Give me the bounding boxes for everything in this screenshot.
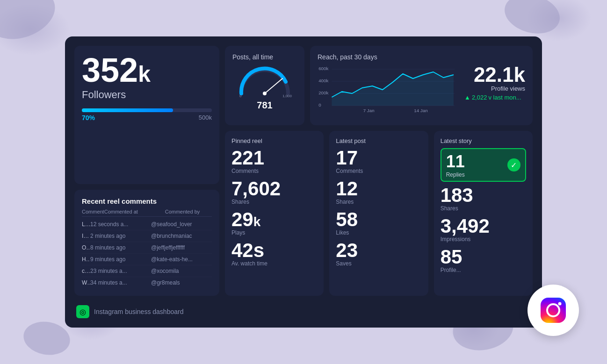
- latest-story-panel: Latest story 11 Replies ✓ 183 Shares 3,4…: [434, 131, 533, 296]
- latest-post-likes-label: Likes: [336, 229, 421, 236]
- svg-line-0: [265, 79, 282, 93]
- latest-post-likes: 58 Likes: [336, 210, 421, 236]
- pinned-reel-shares-value: 7,602: [231, 179, 317, 199]
- comments-table-header: Comment Commented at Commented by: [82, 209, 212, 217]
- pinned-reel-plays: 29k Plays: [231, 210, 317, 236]
- latest-post-likes-value: 58: [336, 210, 421, 229]
- dashboard: 352k Followers 70% 500k Posts, all time: [65, 36, 542, 328]
- latest-post-comments-label: Comments: [336, 168, 421, 174]
- profile-views-label: Profile views: [464, 85, 525, 92]
- latest-post-title: Latest post: [336, 137, 421, 144]
- reach-stats: 22.1k Profile views ▲ 2,022 v last mon..…: [464, 64, 525, 101]
- reach-delta: ▲ 2,022 v last mon...: [464, 94, 525, 101]
- followers-value: 352k: [82, 53, 212, 87]
- story-replies-box: 11 Replies ✓: [441, 148, 526, 182]
- latest-story-profile-clicks-value: 85: [441, 247, 526, 267]
- reach-chart: 600k 400k 200k 0 7 Jan: [318, 64, 460, 118]
- pinned-reel-title: Pinned reel: [231, 137, 317, 144]
- svg-rect-15: [541, 298, 566, 323]
- comments-list: Looks incredible! 😍 12 seconds a... @sea…: [82, 219, 212, 288]
- latest-story-impressions-label: Impressions: [441, 236, 526, 243]
- story-replies-label: Replies: [446, 171, 465, 178]
- latest-post-panel: Latest post 17 Comments 12 Shares 58 Lik…: [329, 131, 428, 296]
- latest-post-comments-value: 17: [336, 148, 421, 168]
- pinned-reel-panel: Pinned reel 221 Comments 7,602 Shares 29…: [225, 131, 324, 296]
- svg-text:200k: 200k: [318, 90, 328, 95]
- pinned-reel-watch-time-label: Av. watch time: [231, 260, 317, 267]
- check-icon: ✓: [507, 158, 520, 171]
- instagram-logo: [528, 285, 579, 336]
- footer-icon: ◎: [76, 305, 89, 318]
- svg-text:14 Jan: 14 Jan: [414, 108, 427, 113]
- latest-post-saves-label: Saves: [336, 260, 421, 267]
- pinned-reel-comments-label: Comments: [231, 168, 317, 174]
- latest-story-impressions-value: 3,492: [441, 216, 526, 236]
- latest-story-impressions: 3,492 Impressions: [441, 216, 526, 243]
- comment-row: Have you thought about using shallots in…: [82, 254, 212, 265]
- story-replies-value: 11: [446, 152, 465, 171]
- posts-panel: Posts, all time 0 1,000 781: [225, 46, 304, 125]
- svg-text:1,000: 1,000: [282, 94, 292, 98]
- latest-story-title: Latest story: [441, 137, 526, 144]
- comment-row: I'd make thias every day if I could. 10/…: [82, 230, 212, 242]
- progress-target: 500k: [199, 114, 212, 121]
- svg-point-1: [263, 92, 267, 95]
- comment-row: Oh wow, that looks so tasty. Going to ma…: [82, 242, 212, 254]
- latest-post-shares: 12 Shares: [336, 179, 421, 205]
- pinned-reel-shares-label: Shares: [231, 199, 317, 205]
- pinned-reel-comments-value: 221: [231, 148, 317, 168]
- posts-title: Posts, all time: [232, 53, 273, 61]
- svg-text:600k: 600k: [318, 66, 328, 71]
- comments-title: Recent reel comments: [82, 197, 212, 205]
- latest-post-shares-label: Shares: [336, 199, 421, 205]
- reach-panel: Reach, past 30 days 600k 400k 200k 0: [310, 46, 533, 125]
- bottom-panels: Pinned reel 221 Comments 7,602 Shares 29…: [225, 131, 533, 296]
- pinned-reel-plays-value: 29k: [231, 210, 317, 229]
- pinned-reel-shares: 7,602 Shares: [231, 179, 317, 205]
- latest-story-profile-clicks: 85 Profile...: [441, 247, 526, 273]
- progress-percent: 70%: [82, 114, 95, 121]
- footer-label: Instagram business dashboard: [94, 308, 183, 315]
- followers-panel: 352k Followers 70% 500k: [74, 46, 219, 184]
- latest-post-comments: 17 Comments: [336, 148, 421, 174]
- latest-post-saves: 23 Saves: [336, 241, 421, 267]
- instagram-icon: [537, 294, 570, 327]
- latest-post-saves-value: 23: [336, 241, 421, 260]
- footer: ◎ Instagram business dashboard: [74, 301, 533, 318]
- latest-story-profile-clicks-label: Profile...: [441, 267, 526, 273]
- followers-label: Followers: [82, 89, 212, 101]
- pinned-reel-comments: 221 Comments: [231, 148, 317, 174]
- svg-text:0: 0: [239, 94, 242, 98]
- latest-story-shares-value: 183: [441, 186, 526, 205]
- latest-story-shares: 183 Shares: [441, 186, 526, 212]
- latest-story-shares-label: Shares: [441, 205, 526, 212]
- pinned-reel-plays-label: Plays: [231, 229, 317, 236]
- comment-row: What's not to like?! 34 minutes a... @gr…: [82, 277, 212, 288]
- svg-text:0: 0: [318, 102, 321, 107]
- svg-text:7 Jan: 7 Jan: [363, 108, 375, 113]
- comment-row: Looks incredible! 😍 12 seconds a... @sea…: [82, 219, 212, 230]
- reach-title: Reach, past 30 days: [318, 53, 525, 61]
- gauge-value: 781: [257, 100, 272, 111]
- latest-post-shares-value: 12: [336, 179, 421, 199]
- pinned-reel-watch-time-value: 42s: [231, 241, 317, 260]
- comment-row: cc @nick_ws 23 minutes a... @xocomila: [82, 265, 212, 277]
- comments-panel: Recent reel comments Comment Commented a…: [74, 190, 219, 296]
- profile-views-value: 22.1k: [464, 64, 525, 85]
- svg-text:400k: 400k: [318, 78, 328, 83]
- followers-progress: 70% 500k: [82, 108, 212, 121]
- pinned-reel-watch-time: 42s Av. watch time: [231, 241, 317, 267]
- svg-point-17: [558, 302, 562, 306]
- svg-marker-12: [332, 72, 454, 106]
- gauge: 0 1,000: [237, 65, 293, 98]
